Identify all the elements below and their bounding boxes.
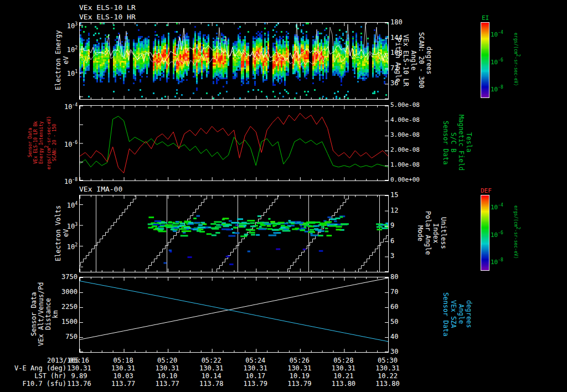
table-cell: 10.19	[284, 372, 316, 380]
tick-label: 36	[390, 79, 398, 87]
els-colorbar	[481, 22, 489, 98]
table-cell: 130.31	[151, 364, 183, 372]
colorbar-tick-label: 10-8	[491, 256, 503, 266]
tick-label: 72	[390, 64, 398, 72]
x-tick-label: 05:28	[331, 357, 355, 364]
colorbar-tick-label: 10-6	[491, 56, 503, 66]
table-cell: 9.89	[63, 372, 95, 380]
tick-label: 4.00e-08	[390, 116, 420, 124]
ima-colorbar	[481, 195, 489, 271]
table-cell: 10.03	[107, 372, 140, 380]
x-tick-label: 05:24	[243, 357, 267, 364]
table-cell: 130.31	[327, 364, 359, 372]
table-cell: 130.31	[239, 364, 271, 372]
table-row-label: LST (hr)	[34, 372, 66, 380]
tick-label: 2250	[61, 303, 78, 311]
tick-label: 10-8	[64, 176, 78, 185]
intensity-y-axis-label: Sensor Data VEx ELS-10 LR Bk Energy Inte…	[28, 105, 58, 180]
intensity-line-panel	[79, 105, 389, 181]
tick-label: 108	[390, 49, 403, 56]
x-tick-label: 05:16	[67, 357, 91, 364]
tick-label: 2.00e-08	[390, 146, 420, 154]
tick-label: 10-6	[64, 139, 78, 148]
table-cell: 113.78	[195, 380, 228, 388]
tick-label: 103	[67, 20, 78, 30]
x-tick-label: 05:30	[375, 357, 400, 364]
table-row-label: V-E Ang (deg)	[14, 364, 66, 372]
table-cell: 10.14	[195, 372, 228, 380]
table-cell: 113.79	[239, 380, 271, 388]
panel1-title-line1: VEx ELS-10 LR	[79, 3, 136, 12]
els-spectrogram-canvas	[80, 23, 388, 99]
els-colorbar-title: EI	[482, 14, 489, 22]
bfield-right-axis-label: Sensor Data S/C B Magnetic Field Tesla	[442, 105, 473, 180]
x-tick-label: 05:26	[287, 357, 312, 364]
panel3-title: VEx IMA-00	[79, 185, 122, 193]
tick-label: 103	[67, 221, 78, 230]
ima-spectrogram-canvas	[80, 195, 388, 272]
table-cell: 130.31	[63, 364, 95, 372]
tick-label: 50	[390, 318, 398, 326]
table-cell: 113.77	[151, 380, 183, 388]
table-cell: 10.17	[239, 372, 271, 380]
tick-label: 1500	[61, 318, 78, 326]
ephemeris-line-canvas	[80, 277, 388, 352]
tick-label: 1.00e-08	[390, 161, 420, 169]
els-colorbar-units-label: ergs/(cm2-sr-sec-eV)	[513, 22, 520, 97]
ima-colorbar-title: DEF	[481, 187, 492, 195]
tick-label: 40	[390, 333, 398, 341]
tick-label: 180	[390, 18, 403, 26]
panel1-title-line2: VEx ELS-10 HR	[79, 13, 136, 21]
table-cell: 113.77	[107, 380, 140, 388]
table-row-label: F10.7 (sfu)	[23, 380, 66, 388]
tick-label: 104	[67, 200, 78, 209]
tick-label: 102	[67, 44, 78, 54]
tick-label: 12	[390, 207, 398, 214]
els-colorbar-canvas	[481, 23, 489, 97]
tick-label: 3000	[61, 288, 78, 296]
x-tick-label: 05:22	[199, 357, 224, 364]
tick-label: 102	[67, 241, 78, 251]
colorbar-tick-label: 10-4	[491, 29, 503, 39]
colorbar-tick-label: 10-6	[491, 229, 503, 239]
table-cell: 130.31	[107, 364, 140, 372]
table-cell: 113.80	[327, 380, 359, 388]
tick-label: 6	[390, 237, 394, 245]
x-tick-label: 05:18	[111, 357, 136, 364]
ima-spectrogram-panel	[79, 195, 389, 272]
tick-label: 70	[390, 288, 398, 296]
tick-label: 30	[390, 348, 398, 355]
ephemeris-line-panel	[79, 277, 389, 353]
els-y-axis-label: Electron Energy eV	[54, 22, 70, 99]
tick-label: 5.00e-08	[390, 101, 420, 109]
x-tick-label: 05:20	[155, 357, 179, 364]
table-cell: 10.21	[327, 372, 359, 380]
table-cell: 113.76	[63, 380, 95, 388]
intensity-line-canvas	[80, 106, 388, 180]
table-cell: 113.79	[284, 380, 316, 388]
tick-label: 80	[390, 273, 398, 281]
tick-label: 3	[390, 252, 394, 260]
tick-label: 9	[390, 221, 394, 229]
table-cell: 10.10	[151, 372, 183, 380]
colorbar-tick-label: 10-8	[491, 84, 503, 94]
tick-label: 10-4	[64, 101, 78, 111]
plot-page: VEx ELS-10 LR VEx ELS-10 HR VEx IMA-00 E…	[0, 0, 567, 392]
ima-colorbar-units-label: ergs/(cm2-sr-sec-eV)	[513, 195, 520, 270]
tick-label: 0.00e+00	[390, 176, 420, 184]
table-cell: 10.22	[372, 372, 404, 380]
tick-label: 3750	[61, 273, 78, 281]
els-spectrogram-panel	[79, 22, 389, 100]
table-cell: 130.31	[372, 364, 404, 372]
colorbar-tick-label: 10-4	[491, 202, 503, 212]
tick-label: 144	[390, 34, 403, 42]
ima-colorbar-canvas	[481, 195, 489, 270]
sza-right-axis-label: Sensor Data VEx SZA Angle degrees	[442, 277, 473, 352]
altitude-y-axis-label: Sensor Data VEx Alt/Venus/Pd Distance km	[30, 277, 59, 352]
tick-label: 60	[390, 303, 398, 311]
table-cell: 113.80	[372, 380, 404, 388]
tick-label: 101	[67, 68, 78, 78]
tick-label: 3.00e-08	[390, 131, 420, 139]
ima-right-axis-label: Mode Polar Angle Index Unitless	[416, 195, 447, 271]
tick-label: 15	[390, 191, 398, 199]
